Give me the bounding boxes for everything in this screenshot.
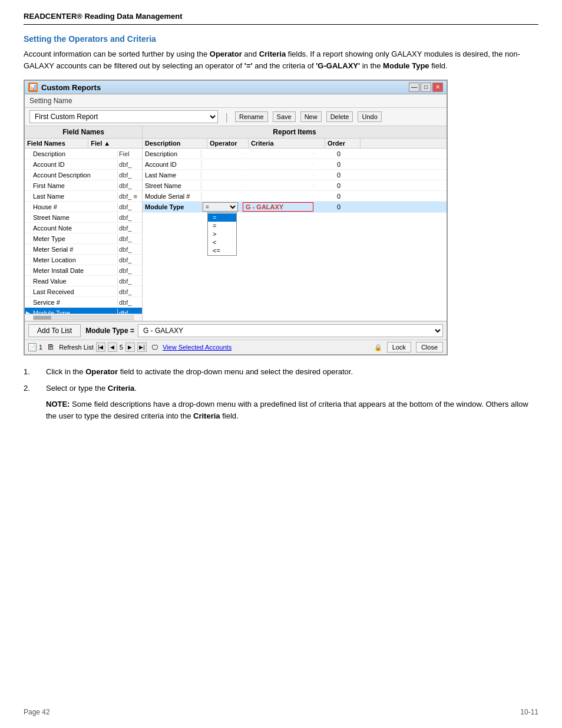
left-panel: Field Names Field Names Fiel ▲ Descripti… — [25, 126, 143, 321]
nav-last-button[interactable]: ▶| — [137, 342, 147, 352]
page-number: 1 — [39, 344, 42, 351]
report-items-list: Description 0 Account ID 0 Last Name 0 — [143, 149, 447, 314]
footer-right: 10-11 — [520, 708, 538, 716]
close-window-button[interactable]: ✕ — [432, 83, 443, 92]
list-item[interactable]: First Name dbf_ — [25, 180, 142, 191]
add-to-list-button[interactable]: Add To List — [28, 324, 81, 337]
table-row[interactable]: Street Name 0 — [143, 180, 447, 191]
op-lessq[interactable]: <= — [208, 246, 236, 255]
setting-name-label: Setting Name — [29, 97, 72, 105]
list-item[interactable]: Meter Type dbf_ — [25, 233, 142, 244]
step-2-text: Select or type the Criteria. — [46, 383, 137, 394]
window-toolbar: Setting Name — [25, 94, 447, 108]
operator-select[interactable]: = > < <= — [203, 202, 238, 212]
nav-prev-button[interactable]: ◀ — [108, 342, 117, 352]
status-bar: 📄 1 🖹 Refresh List |◀ ◀ 5 ▶ ▶| 🖵 View Se… — [25, 340, 447, 354]
rename-button[interactable]: Rename — [235, 111, 268, 122]
step-1: 1. Click in the Operator field to activa… — [24, 366, 538, 378]
delete-button[interactable]: Delete — [326, 111, 353, 122]
view-accounts-link[interactable]: View Selected Accounts — [163, 344, 232, 351]
nav-page-num: 5 — [120, 344, 123, 351]
lock-icon: 🔒 — [374, 344, 382, 351]
section-title: Setting the Operators and Criteria — [24, 34, 538, 44]
step-1-num: 1. — [24, 366, 41, 378]
report-columns-header: Description Operator Criteria Order — [143, 139, 447, 149]
monitor-icon: 🖵 — [151, 344, 158, 351]
list-item[interactable]: Account ID dbf_ — [25, 159, 142, 170]
status-icon2: 🖹 — [47, 343, 54, 351]
close-button[interactable]: Close — [416, 342, 443, 353]
filter-value-select[interactable]: G - GALAXY — [138, 324, 443, 337]
window-title: Custom Reports — [41, 83, 101, 92]
col-order: Order — [325, 139, 361, 148]
list-item[interactable]: Street Name dbf_ — [25, 212, 142, 223]
field-list: Description Fiel Account ID dbf_ Account… — [25, 149, 142, 314]
col-operator: Operator — [207, 139, 249, 148]
op-less[interactable]: < — [208, 238, 236, 246]
page-icon: 📄 — [28, 343, 37, 351]
step-1-text: Click in the Operator field to activate … — [46, 366, 353, 378]
list-item[interactable]: Account Description dbf_ — [25, 170, 142, 180]
steps-section: 1. Click in the Operator field to activa… — [24, 366, 538, 421]
list-item[interactable]: Account Note dbf_ — [25, 223, 142, 233]
module-type-report-row[interactable]: Module Type = > < <= G - GALAXY 0 — [143, 202, 447, 213]
filter-label: Module Type = — [85, 327, 134, 335]
right-panel: Report Items Description Operator Criter… — [143, 126, 447, 321]
table-row[interactable]: Module Serial # 0 — [143, 191, 447, 202]
window-titlebar: 📊 Custom Reports — □ ✕ — [25, 81, 447, 94]
list-item[interactable]: Last Name dbf_ ≡ — [25, 191, 142, 202]
page-header: READCENTER® Reading Data Management — [24, 12, 538, 25]
list-item[interactable]: House # dbf_ — [25, 202, 142, 212]
nav-next-button[interactable]: ▶ — [125, 342, 135, 352]
setting-dropdown[interactable]: First Custom Report — [29, 110, 218, 123]
list-item[interactable]: Description Fiel — [25, 149, 142, 159]
intro-text: Account information can be sorted furthe… — [24, 48, 538, 71]
list-item[interactable]: Meter Serial # dbf_ — [25, 244, 142, 255]
table-row[interactable]: Last Name 0 — [143, 170, 447, 180]
minimize-button[interactable]: — — [409, 83, 419, 92]
list-item-module-type[interactable]: ▶ Module Type dbf_ — [25, 308, 142, 314]
note-box: NOTE: Some field descriptions have a dro… — [46, 398, 538, 421]
toolbar-row: First Custom Report ❘ Rename Save New De… — [25, 108, 447, 126]
refresh-label: Refresh List — [59, 344, 94, 351]
nav-controls[interactable]: Refresh List |◀ ◀ 5 ▶ ▶| — [59, 342, 147, 352]
panels-area: Field Names Field Names Fiel ▲ Descripti… — [25, 126, 447, 321]
col-criteria: Criteria — [249, 139, 325, 148]
list-item[interactable]: Last Received dbf_ — [25, 286, 142, 297]
toolbar-divider: ❘ — [223, 111, 230, 123]
custom-reports-window: 📊 Custom Reports — □ ✕ Setting Name Firs… — [24, 80, 448, 355]
table-row[interactable]: Account ID 0 — [143, 159, 447, 170]
op-greater[interactable]: > — [208, 230, 236, 238]
field-col-fiel: Fiel ▲ — [88, 139, 142, 148]
window-app-icon: 📊 — [28, 83, 38, 92]
step-2-num: 2. — [24, 383, 41, 394]
list-item[interactable]: Read Value dbf_ — [25, 276, 142, 286]
field-columns-header: Field Names Fiel ▲ — [25, 139, 142, 149]
col-description: Description — [143, 139, 207, 148]
new-button[interactable]: New — [300, 111, 322, 122]
page-footer: Page 42 10-11 — [24, 708, 538, 716]
field-names-header: Field Names — [25, 126, 142, 139]
save-button[interactable]: Save — [273, 111, 296, 122]
op-equals[interactable]: = — [208, 213, 236, 222]
field-list-hscroll[interactable] — [25, 314, 142, 321]
op-equals2[interactable]: = — [208, 222, 236, 230]
header-title: READCENTER® Reading Data Management — [24, 12, 183, 21]
undo-button[interactable]: Undo — [358, 111, 381, 122]
table-row[interactable]: Description 0 — [143, 149, 447, 159]
list-item[interactable]: Meter Location dbf_ — [25, 255, 142, 265]
page-indicator: 📄 1 — [28, 343, 42, 351]
nav-first-button[interactable]: |◀ — [96, 342, 105, 352]
field-col-name: Field Names — [25, 139, 88, 148]
list-item[interactable]: Meter Install Date dbf_ — [25, 265, 142, 276]
maximize-button[interactable]: □ — [421, 83, 431, 92]
bottom-bar: Add To List Module Type = G - GALAXY — [25, 321, 447, 340]
list-item[interactable]: Service # dbf_ — [25, 297, 142, 308]
report-items-header: Report Items — [143, 126, 447, 139]
lock-button[interactable]: Lock — [387, 342, 411, 353]
operator-dropdown[interactable]: = = > < <= — [207, 212, 237, 256]
footer-left: Page 42 — [24, 708, 50, 716]
step-2: 2. Select or type the Criteria. — [24, 383, 538, 394]
